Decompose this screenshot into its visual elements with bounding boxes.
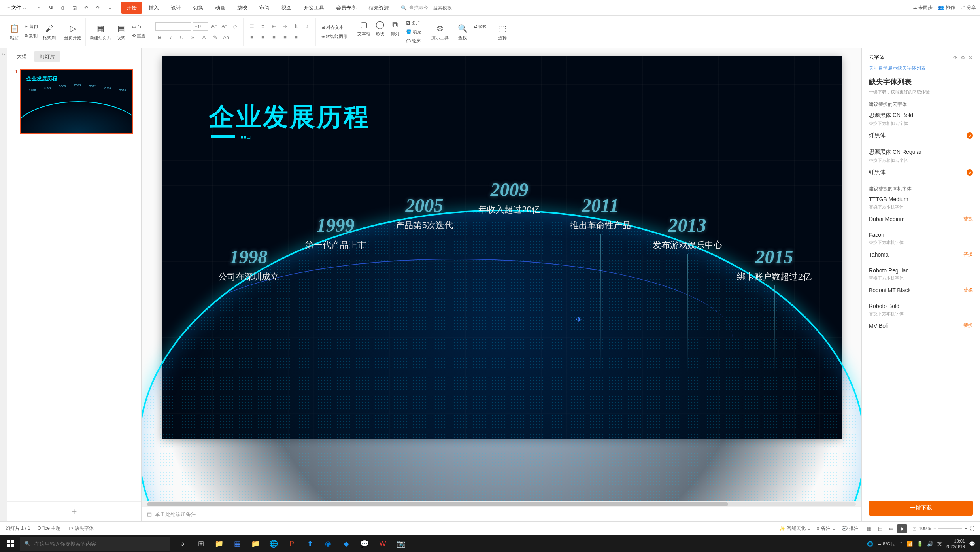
- wechat-icon[interactable]: 💬: [356, 535, 373, 552]
- distribute-button[interactable]: ≡: [292, 33, 300, 42]
- app-icon-4[interactable]: ◆: [338, 535, 355, 552]
- section-button[interactable]: ▭节: [130, 23, 147, 30]
- underline-button[interactable]: U: [177, 33, 186, 42]
- app-icon-1[interactable]: 📁: [210, 535, 228, 552]
- command-search[interactable]: 🔍 查找命令: [401, 4, 428, 11]
- tab-insert[interactable]: 插入: [143, 2, 164, 14]
- tab-review[interactable]: 审阅: [254, 2, 275, 14]
- taskview-icon[interactable]: ⊞: [192, 535, 210, 552]
- zoom-out-button[interactable]: −: [933, 526, 936, 531]
- file-menu[interactable]: ≡ 文件 ⌄: [4, 3, 30, 13]
- line-spacing-button[interactable]: ⇅: [292, 22, 300, 31]
- globe-tray-icon[interactable]: 🌐: [867, 541, 873, 547]
- arrange-button[interactable]: ⧉排列: [389, 19, 400, 45]
- clear-format-icon[interactable]: ◇: [230, 22, 239, 31]
- slide-thumbnail[interactable]: 企业发展历程 1998 1999 2005 2009 2011 2013 201…: [20, 69, 133, 134]
- smart-shape-button[interactable]: ◈转智能图形: [320, 33, 349, 40]
- presentation-tools-button[interactable]: ⚙演示工具: [431, 23, 449, 41]
- weather-widget[interactable]: ☁ 5°C 阴: [877, 541, 896, 547]
- sorter-view-button[interactable]: ▤: [875, 524, 885, 533]
- template-search-input[interactable]: [433, 5, 465, 11]
- chrome-icon[interactable]: 🌐: [265, 535, 282, 552]
- battery-tray-icon[interactable]: 🔋: [917, 541, 923, 547]
- bold-button[interactable]: B: [155, 33, 164, 42]
- indent-inc-button[interactable]: ⇥: [281, 22, 289, 31]
- save-icon[interactable]: 🖫: [46, 4, 55, 12]
- zoom-slider[interactable]: [938, 528, 962, 529]
- close-icon[interactable]: ✕: [969, 55, 973, 60]
- highlight-button[interactable]: ✎: [211, 33, 219, 42]
- add-slide-button[interactable]: +: [7, 501, 141, 521]
- chevron-up-icon[interactable]: ˄: [900, 541, 903, 547]
- zoom-in-button[interactable]: +: [965, 526, 967, 531]
- tab-design[interactable]: 设计: [165, 2, 187, 14]
- from-current-button[interactable]: ▷ 当页开始: [64, 23, 81, 41]
- tab-member[interactable]: 会员专享: [330, 2, 362, 14]
- cut-button[interactable]: ✂剪切: [23, 23, 40, 30]
- replace-link[interactable]: 替换: [963, 251, 973, 258]
- format-painter-button[interactable]: 🖌 格式刷: [43, 23, 56, 41]
- bullets-button[interactable]: ☰: [247, 22, 256, 31]
- slideshow-view-button[interactable]: ▶: [897, 524, 907, 533]
- rp-close-autoshow-link[interactable]: 关闭自动展示缺失字体列表: [869, 65, 973, 72]
- slides-tab[interactable]: 幻灯片: [34, 51, 60, 62]
- app-icon-5[interactable]: 📷: [392, 535, 410, 552]
- notes-toggle[interactable]: ≡备注⌄: [817, 525, 836, 532]
- redo-icon[interactable]: ↷: [94, 4, 102, 12]
- notes-bar[interactable]: ▤ 单击此处添加备注: [142, 507, 861, 521]
- strike-button[interactable]: S: [189, 33, 197, 42]
- comments-toggle[interactable]: 💬批注: [842, 525, 859, 532]
- textbox-button[interactable]: ▢文本框: [357, 19, 370, 45]
- decrease-font-icon[interactable]: A⁻: [220, 22, 229, 31]
- italic-button[interactable]: I: [166, 33, 175, 42]
- template-search[interactable]: [433, 5, 465, 11]
- share-button[interactable]: ↗ 分享: [961, 4, 976, 11]
- download-all-button[interactable]: 一键下载: [869, 501, 973, 516]
- edge-icon[interactable]: ◉: [319, 535, 337, 552]
- tab-view[interactable]: 视图: [276, 2, 297, 14]
- replace-button[interactable]: ⇄替换: [472, 23, 489, 30]
- indent-dec-button[interactable]: ⇤: [270, 22, 278, 31]
- align-left-button[interactable]: ≡: [247, 33, 256, 42]
- network-tray-icon[interactable]: 📶: [906, 541, 913, 547]
- notifications-icon[interactable]: 💬: [969, 541, 975, 547]
- home-icon[interactable]: ⌂: [34, 4, 43, 12]
- justify-button[interactable]: ≡: [281, 33, 289, 42]
- refresh-icon[interactable]: ⟳: [953, 55, 957, 60]
- taskbar-search[interactable]: 🔍: [20, 537, 170, 551]
- tab-resources[interactable]: 稻壳资源: [363, 2, 395, 14]
- picture-button[interactable]: 🖼图片: [404, 19, 423, 26]
- tab-start[interactable]: 开始: [121, 2, 142, 14]
- tab-devtools[interactable]: 开发工具: [298, 2, 330, 14]
- app-icon-3[interactable]: ⬆: [301, 535, 319, 552]
- normal-view-button[interactable]: ▦: [864, 524, 874, 533]
- explorer-icon[interactable]: 📁: [247, 535, 264, 552]
- qat-dropdown-icon[interactable]: ⌄: [106, 4, 114, 12]
- change-case-button[interactable]: Aa: [222, 33, 230, 42]
- beautify-button[interactable]: ✨智能美化⌄: [779, 525, 811, 532]
- outline-tab[interactable]: 大纲: [11, 51, 32, 62]
- new-slide-button[interactable]: ▦ 新建幻灯片: [90, 23, 111, 41]
- text-direction-button[interactable]: ↕: [303, 22, 312, 31]
- print-icon[interactable]: ⎙: [58, 4, 67, 12]
- select-button[interactable]: ⬚选择: [497, 23, 508, 41]
- volume-tray-icon[interactable]: 🔊: [927, 541, 933, 547]
- align-center-button[interactable]: ≡: [259, 33, 267, 42]
- paste-button[interactable]: 📋 粘贴: [9, 23, 20, 41]
- ime-indicator[interactable]: 英: [937, 541, 942, 547]
- align-right-button[interactable]: ≡: [270, 33, 278, 42]
- sync-status[interactable]: ☁ 未同步: [912, 4, 933, 11]
- settings-icon[interactable]: ⚙: [961, 55, 965, 60]
- zoom-reset-icon[interactable]: ⊡: [912, 526, 916, 531]
- powerpoint-icon[interactable]: P: [283, 535, 300, 552]
- replace-link[interactable]: 替换: [963, 216, 973, 222]
- copy-button[interactable]: ⧉复制: [23, 32, 40, 40]
- tab-slideshow[interactable]: 放映: [232, 2, 253, 14]
- font-size-input[interactable]: [193, 22, 208, 31]
- increase-font-icon[interactable]: A⁺: [210, 22, 219, 31]
- missing-font-button[interactable]: T?缺失字体: [68, 525, 94, 532]
- numbering-button[interactable]: ≡: [259, 22, 267, 31]
- font-color-button[interactable]: A: [200, 33, 208, 42]
- taskbar-search-input[interactable]: [34, 541, 165, 547]
- fit-button[interactable]: ⛶: [970, 526, 974, 531]
